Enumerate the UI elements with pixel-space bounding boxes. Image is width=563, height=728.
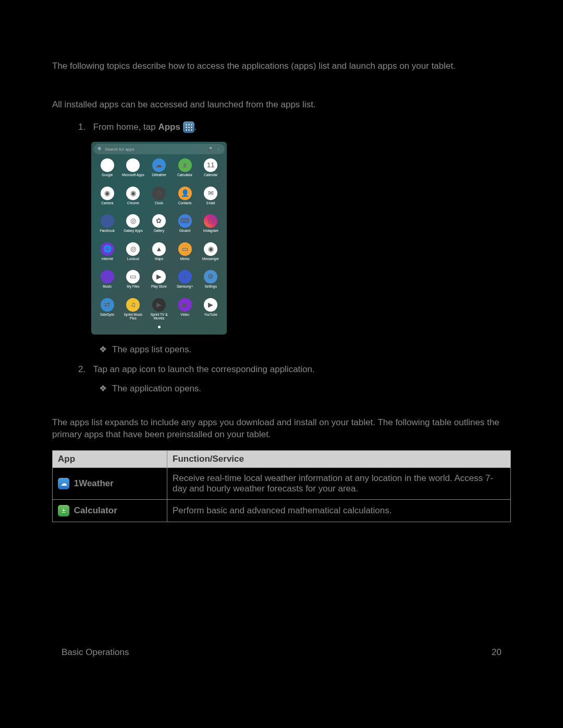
- footer-page-number: 20: [492, 647, 501, 658]
- app-icon: ◉: [126, 187, 140, 200]
- app-cell: 👤Contacts: [173, 187, 197, 205]
- app-label: Settings: [199, 285, 223, 288]
- app-icon: ◷: [152, 187, 166, 200]
- app-icon: ✿: [152, 214, 166, 228]
- bullet-icon: ❖: [99, 384, 107, 393]
- app-cell: ▭My Files: [121, 270, 145, 288]
- apps-table: App Function/Service ☁ 1WeatherReceive r…: [52, 450, 511, 522]
- app-row-name: Calculator: [71, 505, 117, 515]
- app-icon: ▭: [126, 270, 140, 283]
- app-cell: ♪Music: [95, 270, 119, 288]
- app-cell: ▶Play Store: [147, 270, 171, 288]
- launch-apps-intro: All installed apps can be accessed and l…: [52, 98, 511, 111]
- th-app: App: [53, 451, 167, 468]
- app-icon: [101, 158, 114, 172]
- app-icon: ▲: [152, 242, 166, 256]
- app-label: Internet: [95, 257, 119, 261]
- app-label: 1Weather: [147, 173, 171, 177]
- mic-icon: 🎤: [207, 147, 212, 152]
- app-icon: ⇄: [101, 298, 114, 312]
- step-1-number: 1.: [78, 120, 91, 134]
- app-label: Galaxy Apps: [121, 229, 145, 232]
- app-row-icon: ☁: [58, 478, 69, 489]
- table-row: ☁ 1WeatherReceive real-time local weathe…: [53, 468, 511, 500]
- app-cell: ◉Chrome: [121, 187, 145, 205]
- step-1-text-a: From home, tap: [93, 122, 158, 132]
- app-name-cell: ☁ 1Weather: [53, 468, 167, 500]
- app-cell: ⚙Settings: [199, 270, 223, 288]
- app-cell: ▶Sprint TV & Movies: [147, 298, 171, 320]
- app-icon: 🌐: [101, 242, 114, 256]
- app-label: Messenger: [199, 257, 223, 261]
- app-label: Facebook: [95, 229, 119, 232]
- app-label: Play Store: [147, 285, 171, 288]
- app-cell: ⌨Gboard: [173, 214, 197, 232]
- footer-section-name: Basic Operations: [62, 647, 129, 658]
- app-label: Camera: [95, 201, 119, 205]
- app-cell: ±Calculator: [173, 158, 197, 177]
- app-cell: Google: [95, 158, 119, 177]
- app-function-cell: Receive real-time local weather informat…: [167, 468, 511, 500]
- app-label: YouTube: [199, 313, 223, 316]
- step-2-result: ❖The application opens.: [99, 382, 511, 396]
- app-icon: ◎: [126, 242, 140, 256]
- step-1-result-text: The apps list opens.: [112, 344, 191, 354]
- intro-paragraph: The following topics describe how to acc…: [52, 60, 511, 72]
- app-cell: ✿Gallery: [147, 214, 171, 232]
- app-icon: ☁: [152, 158, 166, 172]
- tablet-screenshot: 🔍 Search for apps 🎤 ⋮ GoogleMicrosoft Ap…: [91, 142, 511, 335]
- app-label: Lookout: [121, 257, 145, 261]
- step-2: 2. Tap an app icon to launch the corresp…: [78, 363, 511, 376]
- step-2-number: 2.: [78, 363, 91, 376]
- app-label: Email: [199, 201, 223, 205]
- app-label: Chrome: [121, 201, 145, 205]
- app-icon: 11: [204, 158, 217, 172]
- app-function-cell: Perform basic and advanced mathematical …: [167, 500, 511, 522]
- app-icon: f: [101, 214, 114, 228]
- app-cell: ☁1Weather: [147, 158, 171, 177]
- app-label: Microsoft Apps: [121, 173, 145, 177]
- bullet-icon: ❖: [99, 344, 107, 354]
- app-icon: ◻: [204, 214, 217, 228]
- search-bar: 🔍 Search for apps 🎤 ⋮: [93, 144, 225, 154]
- app-cell: ◎Galaxy Apps: [121, 214, 145, 232]
- app-cell: ✉Email: [199, 187, 223, 205]
- app-label: Gallery: [147, 229, 171, 232]
- app-label: Samsung+: [173, 285, 197, 288]
- app-cell: ▭Memo: [173, 242, 197, 261]
- step-2-result-text: The application opens.: [112, 384, 201, 393]
- apps-grid-icon: [183, 121, 194, 133]
- app-cell: ◉Messenger: [199, 242, 223, 261]
- table-row: ± CalculatorPerform basic and advanced m…: [53, 500, 511, 522]
- app-label: Music: [95, 285, 119, 288]
- app-cell: ＋Samsung+: [173, 270, 197, 288]
- apps-list-intro: The apps list expands to include any app…: [52, 416, 511, 441]
- app-label: My Files: [121, 285, 145, 288]
- step-1: 1. From home, tap Apps .: [78, 120, 511, 134]
- app-name-cell: ± Calculator: [53, 500, 167, 522]
- app-label: Calendar: [199, 173, 223, 177]
- app-label: Sprint Music Plus: [121, 313, 145, 320]
- app-icon: ＋: [178, 270, 192, 283]
- app-row-name: 1Weather: [71, 478, 114, 488]
- app-label: Maps: [147, 257, 171, 261]
- app-cell: ⇄SideSync: [95, 298, 119, 316]
- app-label: Sprint TV & Movies: [147, 313, 171, 320]
- menu-icon: ⋮: [216, 147, 221, 152]
- app-icon: ♪: [101, 270, 114, 283]
- app-label: Google: [95, 173, 119, 177]
- app-icon: ±: [178, 158, 192, 172]
- app-row-icon: ±: [58, 505, 69, 516]
- app-icon: ⌨: [178, 214, 192, 228]
- app-cell: ▶YouTube: [199, 298, 223, 316]
- app-cell: ▲Maps: [147, 242, 171, 261]
- app-icon: ◉: [204, 242, 217, 256]
- app-cell: 🌐Internet: [95, 242, 119, 261]
- app-icon-grid: GoogleMicrosoft Apps☁1Weather±Calculator…: [93, 154, 225, 325]
- app-icon: [126, 158, 140, 172]
- app-label: Contacts: [173, 201, 197, 205]
- app-label: Gboard: [173, 229, 197, 232]
- app-label: Calculator: [173, 173, 197, 177]
- tablet-apps-screen: 🔍 Search for apps 🎤 ⋮ GoogleMicrosoft Ap…: [91, 142, 227, 335]
- app-icon: ▶: [178, 298, 192, 312]
